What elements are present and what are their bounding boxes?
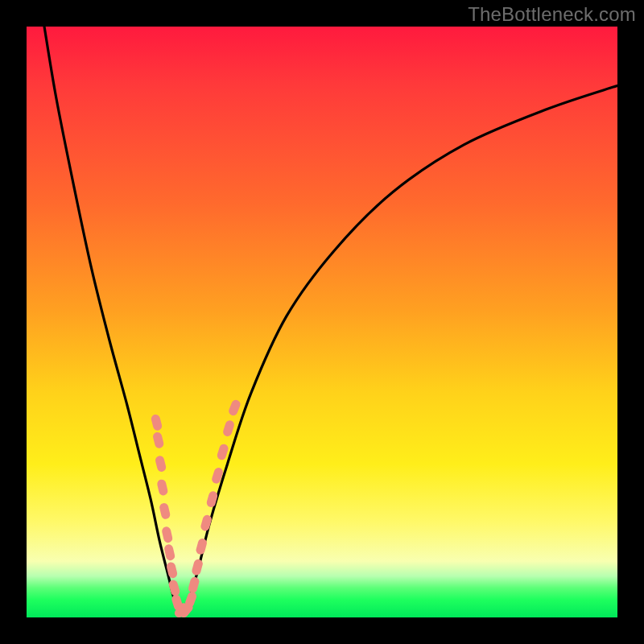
marker-lozenge — [155, 455, 167, 473]
marker-lozenge — [156, 479, 168, 497]
marker-lozenge — [151, 414, 163, 431]
marker-lozenge — [163, 543, 175, 561]
watermark-text: TheBottleneck.com — [468, 3, 636, 26]
plot-area — [27, 27, 617, 617]
curve-markers — [151, 398, 242, 619]
marker-lozenge — [216, 443, 229, 460]
marker-lozenge — [159, 502, 171, 520]
marker-lozenge — [191, 559, 204, 576]
chart-frame: TheBottleneck.com — [0, 0, 644, 644]
marker-lozenge — [152, 431, 165, 449]
marker-lozenge — [206, 490, 219, 508]
marker-lozenge — [222, 419, 236, 437]
bottleneck-curve — [44, 27, 617, 613]
marker-lozenge — [228, 398, 242, 417]
curve-layer — [27, 27, 617, 617]
marker-lozenge — [188, 576, 200, 594]
marker-lozenge — [161, 526, 173, 543]
